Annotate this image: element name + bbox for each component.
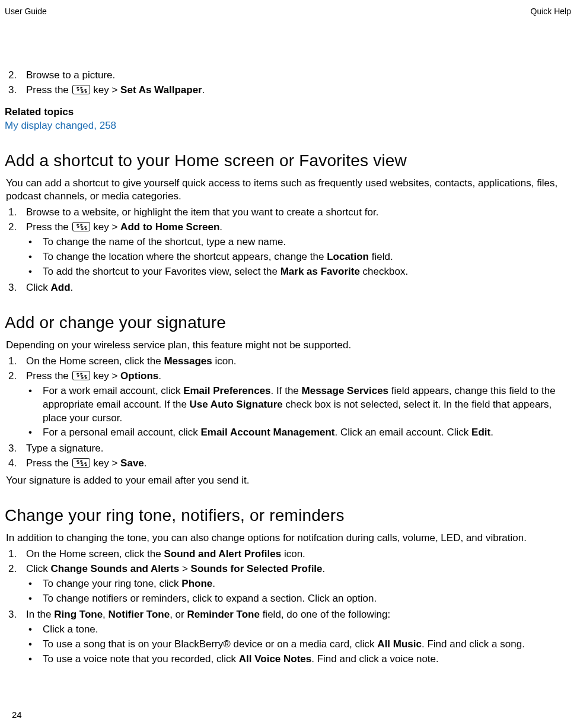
- text: icon.: [212, 355, 237, 367]
- related-topics-heading: Related topics: [5, 106, 570, 119]
- svg-point-13: [84, 228, 87, 230]
- section-heading: Change your ring tone, notifiers, or rem…: [5, 504, 570, 527]
- svg-point-23: [76, 462, 79, 464]
- list-item: 1. Browse to a website, or highlight the…: [8, 206, 570, 220]
- svg-point-6: [84, 91, 87, 93]
- text: field, do one of the following:: [260, 609, 390, 620]
- text: To change notifiers or reminders, click …: [43, 592, 377, 606]
- bold-text: All Music: [377, 638, 422, 650]
- list-item: 2. Click Change Sounds and Alerts > Soun…: [8, 562, 570, 607]
- svg-point-19: [81, 377, 83, 379]
- list-item: To use a voice note that you recorded, c…: [26, 653, 570, 666]
- text: , or: [170, 609, 187, 620]
- bold-text: Sound and Alert Profiles: [164, 548, 281, 559]
- bold-text: Messages: [164, 355, 212, 367]
- list-body: Click Add.: [26, 281, 570, 295]
- text: >: [179, 563, 190, 574]
- bold-text: Notifier Tone: [109, 609, 170, 620]
- list-item: 3. Type a signature.: [8, 442, 570, 456]
- after-text: Your signature is added to your email af…: [6, 474, 570, 488]
- list-number: 1.: [8, 355, 26, 368]
- bold-text: Change Sounds and Alerts: [51, 563, 180, 574]
- header-left: User Guide: [5, 6, 47, 17]
- list-number: 3.: [8, 84, 26, 97]
- list-item: 3. Press the key > Set As Wallpaper.: [8, 84, 570, 97]
- list-item: 2. Press the key > Add to Home Screen. T…: [8, 221, 570, 280]
- svg-point-20: [84, 377, 87, 379]
- text: In the: [26, 609, 54, 620]
- list-number: 2.: [8, 69, 26, 82]
- bold-text: Phone: [181, 578, 212, 589]
- svg-point-12: [81, 228, 83, 230]
- text: .: [219, 221, 222, 233]
- list-body: To use a voice note that you recorded, c…: [43, 653, 439, 666]
- svg-point-11: [84, 226, 86, 228]
- svg-point-0: [76, 87, 78, 88]
- list-body: To change the location where the shortcu…: [43, 250, 393, 264]
- section-intro: In addition to changing the tone, you ca…: [6, 532, 570, 545]
- page-content: 2. Browse to a picture. 3. Press the key…: [5, 69, 570, 667]
- text: To use a voice note that you recorded, c…: [43, 653, 239, 665]
- related-link[interactable]: My display changed, 258: [5, 119, 570, 133]
- list-body: Click Change Sounds and Alerts > Sounds …: [26, 562, 570, 607]
- svg-point-16: [76, 375, 79, 377]
- list-text: Press the key > Set As Wallpaper.: [26, 84, 570, 97]
- svg-point-22: [79, 460, 82, 462]
- text: . If the: [271, 385, 302, 396]
- svg-point-26: [81, 465, 83, 466]
- text: . Click an email account. Click: [335, 427, 472, 438]
- list-body: For a work email account, click Email Pr…: [43, 384, 570, 425]
- text: Click: [26, 563, 51, 574]
- blackberry-menu-key-icon: [72, 458, 90, 468]
- svg-point-18: [84, 375, 86, 377]
- list-body: To use a song that is on your BlackBerry…: [43, 638, 525, 651]
- list-item: 1. On the Home screen, click the Sound a…: [8, 548, 570, 561]
- list-item: To change the location where the shortcu…: [26, 250, 570, 264]
- section-heading: Add a shortcut to your Home screen or Fa…: [5, 150, 570, 172]
- ordered-list: 1. On the Home screen, click the Message…: [5, 355, 570, 471]
- text: Click: [26, 282, 51, 293]
- list-number: 3.: [8, 442, 26, 456]
- list-item: To change the name of the shortcut, type…: [26, 236, 570, 249]
- text: Press the: [26, 370, 72, 382]
- bold-text: Location: [327, 251, 369, 262]
- list-number: 1.: [8, 206, 26, 220]
- blackberry-menu-key-icon: [72, 222, 90, 231]
- svg-point-17: [80, 375, 82, 377]
- svg-point-14: [76, 373, 78, 374]
- text: On the Home screen, click the: [26, 355, 164, 367]
- list-number: 3.: [8, 281, 26, 295]
- bold-text: Ring Tone: [54, 609, 103, 620]
- header-right: Quick Help: [531, 6, 571, 17]
- list-item: To change your ring tone, click Phone.: [26, 577, 570, 591]
- text: Press the: [26, 221, 72, 233]
- text: To change the location where the shortcu…: [43, 251, 327, 262]
- text: field.: [369, 251, 393, 262]
- list-number: 1.: [8, 548, 26, 561]
- text: For a work email account, click: [43, 385, 183, 396]
- list-body: Press the key > Options. For a work emai…: [26, 370, 570, 441]
- bold-text: Save: [120, 457, 144, 469]
- sub-list: To change the name of the shortcut, type…: [26, 236, 570, 279]
- list-body: On the Home screen, click the Messages i…: [26, 355, 570, 368]
- list-body: To change your ring tone, click Phone.: [43, 577, 215, 591]
- text: To use a song that is on your BlackBerry…: [43, 638, 377, 650]
- section-intro: You can add a shortcut to give yourself …: [6, 177, 570, 204]
- text: key >: [91, 84, 121, 96]
- bold-text: Sounds for Selected Profile: [191, 563, 323, 574]
- svg-point-9: [76, 226, 79, 228]
- top-ordered-list: 2. Browse to a picture. 3. Press the key…: [5, 69, 570, 97]
- svg-point-5: [81, 91, 83, 93]
- text: .: [323, 563, 326, 574]
- svg-point-4: [84, 89, 86, 91]
- svg-point-2: [76, 89, 79, 91]
- bold-text: Reminder Tone: [187, 609, 259, 620]
- list-text: Browse to a website, or highlight the it…: [26, 206, 570, 220]
- svg-point-24: [80, 462, 82, 464]
- svg-point-15: [79, 373, 82, 374]
- list-item: 4. Press the key > Save.: [8, 457, 570, 471]
- list-body: To add the shortcut to your Favorites vi…: [43, 265, 408, 279]
- list-item: To add the shortcut to your Favorites vi…: [26, 265, 570, 279]
- text: On the Home screen, click the: [26, 548, 164, 559]
- svg-point-7: [76, 224, 78, 226]
